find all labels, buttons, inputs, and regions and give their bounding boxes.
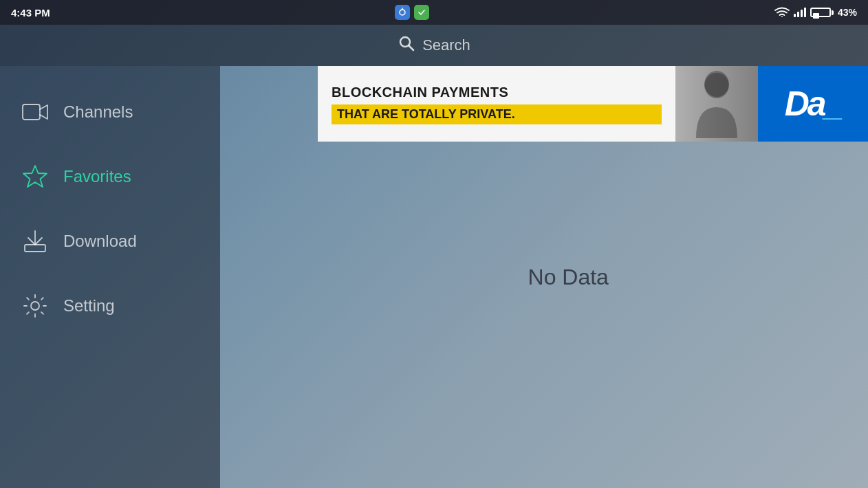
status-app-icons xyxy=(395,5,429,20)
download-icon xyxy=(22,228,48,254)
dash-logo: Da_ xyxy=(785,84,842,124)
wifi-icon xyxy=(774,6,790,19)
ad-subheadline: THAT ARE TOTALLY PRIVATE. xyxy=(332,104,662,124)
setting-label: Setting xyxy=(63,296,115,315)
svg-rect-4 xyxy=(23,104,40,120)
signal-icon xyxy=(794,8,806,17)
ad-headline: BLOCKCHAIN PAYMENTS xyxy=(332,84,662,100)
svg-point-8 xyxy=(704,71,729,98)
star-icon xyxy=(22,164,48,190)
svg-point-7 xyxy=(31,302,39,310)
svg-rect-6 xyxy=(25,245,45,252)
svg-point-1 xyxy=(781,16,783,17)
sidebar-item-download[interactable]: Download xyxy=(0,209,220,274)
app-icon-2 xyxy=(414,5,429,20)
search-icon xyxy=(398,34,415,56)
status-time: 4:43 PM xyxy=(11,7,50,19)
gear-icon xyxy=(22,293,48,319)
channels-label: Channels xyxy=(63,102,133,122)
sidebar: Channels Favorites Download xyxy=(0,66,220,488)
main-layout: Channels Favorites Download xyxy=(0,66,868,488)
search-placeholder: Search xyxy=(422,36,470,54)
search-bar[interactable]: Search xyxy=(0,25,868,66)
svg-marker-5 xyxy=(23,166,47,187)
ad-text-area: BLOCKCHAIN PAYMENTS THAT ARE TOTALLY PRI… xyxy=(318,66,675,142)
app-icon-1 xyxy=(395,5,410,20)
sidebar-item-setting[interactable]: Setting xyxy=(0,274,220,338)
status-right: 43% xyxy=(774,6,857,19)
favorites-label: Favorites xyxy=(63,167,131,186)
content-area: BLOCKCHAIN PAYMENTS THAT ARE TOTALLY PRI… xyxy=(220,66,868,488)
sidebar-item-channels[interactable]: Channels xyxy=(0,80,220,144)
sidebar-item-favorites[interactable]: Favorites xyxy=(0,144,220,209)
video-icon xyxy=(22,99,48,125)
battery-icon xyxy=(810,8,834,17)
ad-photo xyxy=(675,66,758,142)
ad-banner[interactable]: BLOCKCHAIN PAYMENTS THAT ARE TOTALLY PRI… xyxy=(318,66,868,142)
battery-percent: 43% xyxy=(838,7,857,18)
svg-point-0 xyxy=(400,10,405,15)
status-bar: 4:43 PM xyxy=(0,0,868,25)
svg-line-3 xyxy=(409,46,414,51)
no-data-message: No Data xyxy=(528,265,609,290)
download-label: Download xyxy=(63,232,137,251)
ad-logo-area: Da_ xyxy=(758,66,868,142)
